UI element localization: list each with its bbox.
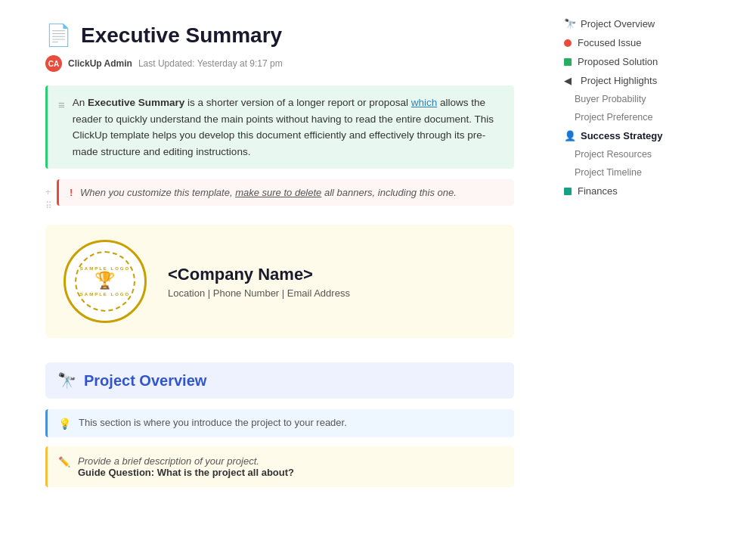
pencil-icon: ✏️ [58,456,70,467]
sidebar: 🔭 Project Overview Focused Issue Propose… [544,0,696,556]
warning-banner: ! When you customize this template, make… [57,179,514,206]
guide-italic: Provide a brief description of your proj… [78,455,294,467]
sidebar-label-focused-issue: Focused Issue [578,37,642,48]
highlights-icon: ◀ [564,75,575,86]
project-overview-header: 🔭 Project Overview [45,362,514,399]
drag-icon[interactable]: ⠿ [45,200,52,211]
warning-banner-row: + ⠿ ! When you customize this template, … [45,179,514,211]
section-title: Project Overview [84,372,206,390]
success-strategy-icon: 👤 [564,130,575,141]
finances-square [564,188,572,195]
sidebar-label-success-strategy: Success Strategy [581,130,662,141]
sidebar-label-buyer-probability: Buyer Probability [575,94,646,104]
company-name: <Company Name> [168,265,350,284]
company-card: SAMPLE LOGO 🏆 SAMPLE LOGO <Company Name>… [45,225,514,338]
telescope-icon: 🔭 [57,371,76,390]
sidebar-item-project-highlights[interactable]: ◀ Project Highlights [559,72,688,89]
sidebar-item-focused-issue[interactable]: Focused Issue [559,34,688,51]
plus-icon[interactable]: + [45,187,52,197]
lightbulb-icon: 💡 [58,418,71,430]
guide-box: ✏️ Provide a brief description of your p… [45,446,514,487]
guide-bold: Guide Question: What is the project all … [78,467,294,478]
sidebar-item-project-overview[interactable]: 🔭 Project Overview [559,15,688,33]
sidebar-label-project-highlights: Project Highlights [581,75,657,86]
logo-text-bottom: SAMPLE LOGO [80,292,130,297]
author-name: ClickUp Admin [68,58,132,69]
info-banner: ≡ An Executive Summary is a shorter vers… [45,85,514,169]
proposed-solution-square [564,58,572,66]
sidebar-label-project-resources: Project Resources [575,149,652,160]
sidebar-label-project-timeline: Project Timeline [575,167,642,178]
info-banner-text: An Executive Summary is a shorter versio… [73,95,503,160]
sidebar-label-project-overview: Project Overview [581,18,655,30]
last-updated: Last Updated: Yesterday at 9:17 pm [138,58,283,69]
delete-link[interactable]: make sure to delete [235,187,321,198]
meta-row: CA ClickUp Admin Last Updated: Yesterday… [45,55,514,72]
bold-executive: Executive Summary [88,97,184,108]
info-icon: ≡ [58,96,65,114]
sidebar-item-buyer-probability[interactable]: Buyer Probability [559,91,688,107]
which-link[interactable]: which [411,97,438,108]
doc-icon: 📄 [45,23,72,48]
hint-box: 💡 This section is where you introduce th… [45,409,514,437]
guide-content: Provide a brief description of your proj… [78,455,294,478]
company-info: <Company Name> Location | Phone Number |… [168,265,350,299]
telescope-sidebar-icon: 🔭 [564,18,575,30]
logo-inner: SAMPLE LOGO 🏆 SAMPLE LOGO [75,251,135,312]
sidebar-label-finances: Finances [578,185,618,197]
avatar: CA [45,55,62,72]
logo-trophy-icon: 🏆 [94,271,116,290]
doc-header: 📄 Executive Summary [45,23,514,48]
hint-text: This section is where you introduce the … [79,417,347,428]
sidebar-item-success-strategy[interactable]: 👤 Success Strategy [559,127,688,144]
sidebar-item-finances[interactable]: Finances [559,182,688,200]
warn-icon: ! [70,187,73,198]
sidebar-item-project-resources[interactable]: Project Resources [559,146,688,163]
sidebar-item-project-preference[interactable]: Project Preference [559,109,688,126]
sidebar-label-project-preference: Project Preference [575,112,653,123]
banner-controls: + ⠿ [45,179,52,211]
company-logo: SAMPLE LOGO 🏆 SAMPLE LOGO [64,240,147,323]
sidebar-item-proposed-solution[interactable]: Proposed Solution [559,53,688,70]
page-title: Executive Summary [81,23,282,48]
sidebar-item-project-timeline[interactable]: Project Timeline [559,164,688,181]
sidebar-label-proposed-solution: Proposed Solution [578,56,658,67]
company-details: Location | Phone Number | Email Address [168,287,350,299]
focused-issue-dot [564,39,572,47]
